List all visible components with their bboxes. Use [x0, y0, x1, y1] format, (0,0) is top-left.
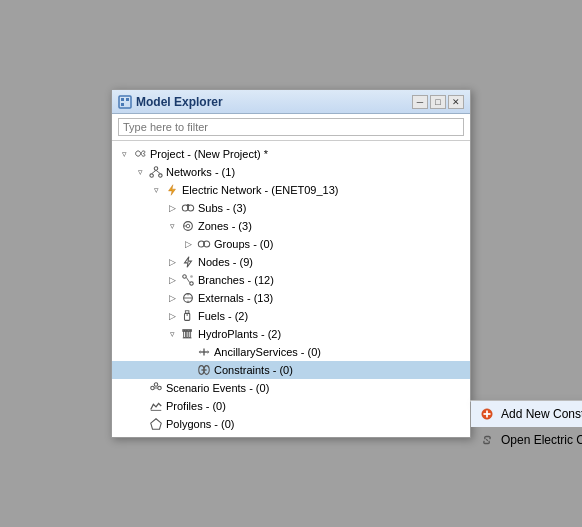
polygons-icon: [148, 416, 164, 432]
scenario-label: Scenario Events - (0): [166, 382, 269, 394]
hydroplants-label: HydroPlants - (2): [198, 328, 281, 340]
svg-rect-0: [119, 96, 131, 108]
infinity-icon: [132, 146, 148, 162]
networks-icon: [148, 164, 164, 180]
svg-point-4: [154, 167, 158, 171]
tree-container: ▿ Project - (New Project) * ▿ Networks -…: [112, 141, 470, 437]
subs-icon: [180, 200, 196, 216]
title-buttons: ─ □ ✕: [412, 95, 464, 109]
tree-item-branches[interactable]: ▷ Branches - (12): [112, 271, 470, 289]
expand-nodes[interactable]: ▷: [164, 254, 180, 270]
branches-label: Branches - (12): [198, 274, 274, 286]
svg-point-12: [187, 204, 190, 207]
svg-marker-9: [169, 185, 176, 196]
constraints-icon: [196, 362, 212, 378]
svg-point-14: [186, 224, 190, 228]
svg-line-7: [152, 170, 156, 174]
svg-marker-36: [199, 350, 201, 354]
svg-marker-18: [185, 257, 192, 268]
svg-point-43: [158, 386, 162, 390]
svg-point-22: [190, 275, 193, 278]
tree-item-constraints[interactable]: ▷ Constraints - (0): [112, 361, 470, 379]
svg-line-52: [486, 439, 488, 441]
ancillary-label: AncillaryServices - (0): [214, 346, 321, 358]
tree-item-groups[interactable]: ▷ Groups - (0): [112, 235, 470, 253]
expand-project[interactable]: ▿: [116, 146, 132, 162]
externals-icon: [180, 290, 196, 306]
add-new-constraint-label: Add New Constraint: [501, 407, 582, 421]
tree-item-ancillary[interactable]: ▷ AncillaryServices - (0): [112, 343, 470, 361]
open-constraint-table-label: Open Electric Constraint Table: [501, 433, 582, 447]
tree-item-electric-network[interactable]: ▿ Electric Network - (ENET09_13): [112, 181, 470, 199]
externals-label: Externals - (13): [198, 292, 273, 304]
svg-rect-28: [185, 311, 189, 314]
close-button[interactable]: ✕: [448, 95, 464, 109]
expand-hydroplants[interactable]: ▿: [164, 326, 180, 342]
networks-label: Networks - (1): [166, 166, 235, 178]
polygons-label: Polygons - (0): [166, 418, 234, 430]
tree-item-profiles[interactable]: ▷ Profiles - (0): [112, 397, 470, 415]
expand-fuels[interactable]: ▷: [164, 308, 180, 324]
profiles-label: Profiles - (0): [166, 400, 226, 412]
svg-point-19: [183, 275, 187, 279]
expand-zones[interactable]: ▿: [164, 218, 180, 234]
svg-rect-3: [121, 103, 124, 106]
zones-label: Zones - (3): [198, 220, 252, 232]
open-constraint-table-item[interactable]: Open Electric Constraint Table: [471, 427, 582, 453]
expand-branches[interactable]: ▷: [164, 272, 180, 288]
tree-item-polygons[interactable]: ▷ Polygons - (0): [112, 415, 470, 433]
constraints-label: Constraints - (0): [214, 364, 293, 376]
electric-network-label: Electric Network - (ENET09_13): [182, 184, 339, 196]
expand-externals[interactable]: ▷: [164, 290, 180, 306]
hydroplants-icon: [180, 326, 196, 342]
svg-point-6: [159, 174, 163, 178]
window-title: Model Explorer: [136, 95, 223, 109]
svg-line-8: [156, 170, 160, 174]
title-bar-left: Model Explorer: [118, 95, 223, 109]
groups-icon: [196, 236, 212, 252]
fuels-label: Fuels - (2): [198, 310, 248, 322]
tree-item-nodes[interactable]: ▷ Nodes - (9): [112, 253, 470, 271]
maximize-button[interactable]: □: [430, 95, 446, 109]
expand-subs[interactable]: ▷: [164, 200, 180, 216]
svg-point-20: [190, 282, 194, 286]
model-explorer-window: Model Explorer ─ □ ✕ ▿ Project - (New Pr…: [111, 89, 471, 438]
chain-link-icon: [479, 432, 495, 448]
add-new-constraint-item[interactable]: Add New Constraint: [471, 401, 582, 427]
window-icon: [118, 95, 132, 109]
profiles-icon: [148, 398, 164, 414]
tree-item-project[interactable]: ▿ Project - (New Project) *: [112, 145, 470, 163]
nodes-label: Nodes - (9): [198, 256, 253, 268]
svg-point-42: [151, 386, 155, 390]
svg-marker-48: [151, 419, 162, 430]
tree-item-hydroplants[interactable]: ▿ HydroPlants - (2): [112, 325, 470, 343]
subs-label: Subs - (3): [198, 202, 246, 214]
electric-icon: [164, 182, 180, 198]
svg-marker-37: [208, 350, 210, 354]
expand-electric[interactable]: ▿: [148, 182, 164, 198]
tree-item-scenario[interactable]: ▷ Scenario Events - (0): [112, 379, 470, 397]
tree-item-subs[interactable]: ▷ Subs - (3): [112, 199, 470, 217]
svg-point-44: [154, 383, 158, 387]
fuels-icon: [180, 308, 196, 324]
title-bar: Model Explorer ─ □ ✕: [112, 90, 470, 114]
tree-item-zones[interactable]: ▿ Zones - (3): [112, 217, 470, 235]
tree-item-networks[interactable]: ▿ Networks - (1): [112, 163, 470, 181]
zones-icon: [180, 218, 196, 234]
filter-input[interactable]: [118, 118, 464, 136]
nodes-icon: [180, 254, 196, 270]
expand-networks[interactable]: ▿: [132, 164, 148, 180]
svg-line-21: [186, 277, 190, 282]
ancillary-icon: [196, 344, 212, 360]
tree-item-fuels[interactable]: ▷ Fuels - (2): [112, 307, 470, 325]
add-circle-icon: [479, 406, 495, 422]
expand-groups[interactable]: ▷: [180, 236, 196, 252]
scenario-icon: [148, 380, 164, 396]
branches-icon: [180, 272, 196, 288]
svg-rect-1: [121, 98, 124, 101]
tree-item-externals[interactable]: ▷ Externals - (13): [112, 289, 470, 307]
svg-rect-34: [183, 338, 192, 339]
svg-rect-2: [126, 98, 129, 101]
groups-label: Groups - (0): [214, 238, 273, 250]
minimize-button[interactable]: ─: [412, 95, 428, 109]
